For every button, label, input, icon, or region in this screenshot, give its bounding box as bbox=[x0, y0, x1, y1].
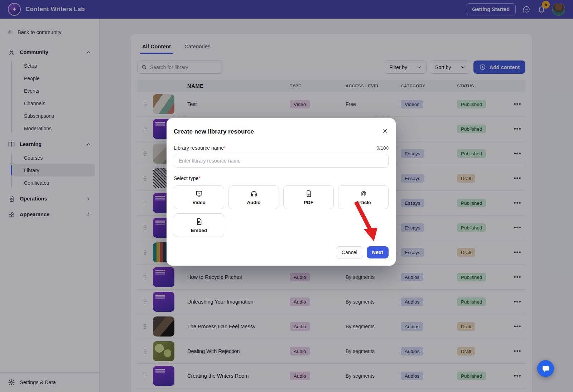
type-option-label: Video bbox=[192, 200, 206, 205]
select-type-label: Select type* bbox=[174, 175, 389, 181]
resource-name-field-row: Library resource name* 0/100 bbox=[174, 145, 389, 151]
type-option-label: Audio bbox=[247, 200, 260, 205]
video-icon bbox=[195, 190, 203, 198]
cancel-button[interactable]: Cancel bbox=[336, 246, 363, 258]
type-option-article[interactable]: @Article bbox=[338, 185, 389, 209]
type-option-embed[interactable]: Embed bbox=[174, 213, 224, 237]
article-icon: @ bbox=[360, 190, 367, 198]
resource-name-label: Library resource name* bbox=[174, 145, 226, 151]
create-resource-modal: Create new library resource Library reso… bbox=[167, 118, 396, 266]
type-options-grid: VideoAudioPDFPDF@ArticleEmbed bbox=[174, 185, 389, 237]
app-root: ✦ Content Writers Lab Getting Started 5 … bbox=[0, 0, 573, 392]
next-button[interactable]: Next bbox=[367, 246, 389, 258]
audio-icon bbox=[250, 190, 258, 198]
pdf-icon: PDF bbox=[305, 190, 313, 198]
type-option-pdf[interactable]: PDFPDF bbox=[283, 185, 334, 209]
resource-name-input[interactable] bbox=[174, 154, 389, 168]
required-asterisk: * bbox=[198, 175, 200, 181]
required-asterisk: * bbox=[224, 145, 226, 151]
svg-text:PDF: PDF bbox=[307, 194, 311, 196]
char-counter: 0/100 bbox=[376, 145, 389, 151]
type-option-audio[interactable]: Audio bbox=[228, 185, 279, 209]
chat-launcher-button[interactable] bbox=[537, 360, 554, 377]
type-option-label: PDF bbox=[304, 200, 313, 205]
modal-footer: Cancel Next bbox=[336, 246, 389, 258]
type-option-label: Article bbox=[356, 200, 371, 205]
type-option-video[interactable]: Video bbox=[174, 185, 224, 209]
embed-icon bbox=[195, 218, 203, 226]
svg-text:@: @ bbox=[361, 190, 366, 196]
modal-header: Create new library resource bbox=[174, 127, 389, 136]
close-icon[interactable] bbox=[382, 127, 389, 136]
type-option-label: Embed bbox=[191, 228, 207, 233]
modal-title: Create new library resource bbox=[174, 128, 254, 135]
